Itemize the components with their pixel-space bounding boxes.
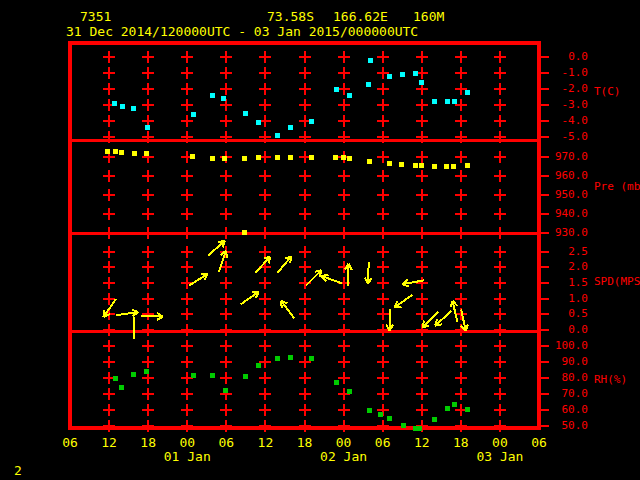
temperature-point bbox=[366, 82, 371, 87]
relative_humidity-point bbox=[309, 356, 314, 361]
wind-arrow bbox=[389, 309, 390, 331]
wind-arrow-head bbox=[103, 310, 104, 317]
x-tick-label: 18 bbox=[453, 436, 469, 449]
pressure-point bbox=[432, 164, 437, 169]
relative_humidity-point bbox=[191, 373, 196, 378]
wind-arrow-head bbox=[322, 275, 329, 276]
temperature-point bbox=[221, 96, 226, 101]
pressure-point bbox=[419, 163, 424, 168]
x-tick-label: 00 bbox=[336, 436, 352, 449]
x-tick-label: 18 bbox=[140, 436, 156, 449]
relative_humidity-point bbox=[367, 408, 372, 413]
x-tick-label: 12 bbox=[101, 436, 117, 449]
pressure-point bbox=[113, 149, 118, 154]
relative_humidity-point bbox=[131, 372, 136, 377]
pressure-point bbox=[413, 163, 418, 168]
y-tick-label-temperature: -4.0 bbox=[540, 115, 588, 126]
temperature-point bbox=[452, 99, 457, 104]
relative_humidity-point bbox=[417, 426, 422, 431]
time-range-title: 31 Dec 2014/120000UTC - 03 Jan 2015/0000… bbox=[66, 25, 418, 38]
y-tick-label-wind_speed: 0.0 bbox=[540, 324, 588, 335]
pressure-point bbox=[399, 162, 404, 167]
station-longitude: 166.62E bbox=[333, 10, 388, 23]
y-tick-label-relative_humidity: 60.0 bbox=[540, 404, 588, 415]
x-tick-label: 06 bbox=[375, 436, 391, 449]
wind-arrow bbox=[348, 264, 349, 286]
temperature-point bbox=[419, 80, 424, 85]
temperature-point bbox=[112, 101, 117, 106]
relative_humidity-point bbox=[275, 356, 280, 361]
y-tick-label-wind_speed: 2.5 bbox=[540, 246, 588, 257]
relative_humidity-point bbox=[288, 355, 293, 360]
y-tick-label-pressure: 940.0 bbox=[540, 208, 588, 219]
station-latitude: 73.58S bbox=[267, 10, 314, 23]
pressure-point bbox=[256, 155, 261, 160]
temperature-point bbox=[191, 112, 196, 117]
y-tick-label-relative_humidity: 80.0 bbox=[540, 372, 588, 383]
relative_humidity-point bbox=[119, 385, 124, 390]
temperature-point bbox=[413, 71, 418, 76]
relative_humidity-point bbox=[387, 416, 392, 421]
temperature-point bbox=[368, 58, 373, 63]
y-tick-label-wind_speed: 0.5 bbox=[540, 308, 588, 319]
x-date-label: 03 Jan bbox=[476, 450, 523, 463]
y-tick-label-wind_speed: 1.0 bbox=[540, 293, 588, 304]
temperature-point bbox=[432, 99, 437, 104]
pressure-point bbox=[242, 156, 247, 161]
temperature-point bbox=[275, 133, 280, 138]
temperature-point bbox=[387, 74, 392, 79]
station-elevation: 160M bbox=[413, 10, 444, 23]
relative_humidity-point bbox=[445, 406, 450, 411]
relative_humidity-point bbox=[256, 363, 261, 368]
page-number: 2 bbox=[14, 464, 22, 477]
wind-arrow-head bbox=[290, 256, 291, 263]
y-tick-label-temperature: -3.0 bbox=[540, 99, 588, 110]
relative_humidity-point bbox=[243, 374, 248, 379]
relative_humidity-point bbox=[223, 388, 228, 393]
panel-unit-label-relative_humidity: RH(%) bbox=[594, 374, 627, 385]
x-tick-label: 00 bbox=[179, 436, 195, 449]
y-tick-label-temperature: 0.0 bbox=[540, 51, 588, 62]
temperature-point bbox=[120, 104, 125, 109]
temperature-point bbox=[256, 120, 261, 125]
pressure-point bbox=[144, 151, 149, 156]
wind-arrow-head bbox=[226, 251, 227, 258]
relative_humidity-point bbox=[452, 402, 457, 407]
relative_humidity-point bbox=[378, 412, 383, 417]
y-tick-label-temperature: -1.0 bbox=[540, 67, 588, 78]
meteogram-screen: 7351 73.58S 166.62E 160M 31 Dec 2014/120… bbox=[0, 0, 640, 480]
pressure-point bbox=[451, 164, 456, 169]
panel-unit-label-temperature: T(C) bbox=[594, 86, 621, 97]
x-tick-label: 00 bbox=[492, 436, 508, 449]
pressure-point bbox=[132, 151, 137, 156]
x-tick-label: 06 bbox=[219, 436, 235, 449]
y-tick-label-pressure: 930.0 bbox=[540, 227, 588, 238]
wind-arrow bbox=[281, 301, 294, 319]
pressure-point bbox=[275, 155, 280, 160]
x-tick-label: 06 bbox=[531, 436, 547, 449]
temperature-point bbox=[400, 72, 405, 77]
temperature-point bbox=[309, 119, 314, 124]
relative_humidity-point bbox=[465, 407, 470, 412]
wind-arrow bbox=[255, 257, 270, 273]
temperature-point bbox=[465, 90, 470, 95]
y-tick-label-pressure: 950.0 bbox=[540, 189, 588, 200]
y-tick-label-relative_humidity: 100.0 bbox=[540, 340, 588, 351]
pressure-point bbox=[367, 159, 372, 164]
y-tick-label-wind_speed: 2.0 bbox=[540, 261, 588, 272]
temperature-point bbox=[347, 93, 352, 98]
y-tick-label-temperature: -5.0 bbox=[540, 131, 588, 142]
pressure-point bbox=[210, 156, 215, 161]
pressure-point bbox=[333, 155, 338, 160]
temperature-point bbox=[131, 106, 136, 111]
wind-arrow bbox=[306, 270, 322, 286]
y-tick-label-relative_humidity: 70.0 bbox=[540, 388, 588, 399]
station-id: 7351 bbox=[80, 10, 111, 23]
temperature-point bbox=[334, 87, 339, 92]
relative_humidity-point bbox=[347, 389, 352, 394]
y-tick-label-pressure: 970.0 bbox=[540, 151, 588, 162]
panel-unit-label-pressure: Pre (mb) bbox=[594, 181, 640, 192]
temperature-point bbox=[445, 99, 450, 104]
temperature-point bbox=[243, 111, 248, 116]
relative_humidity-point bbox=[210, 373, 215, 378]
